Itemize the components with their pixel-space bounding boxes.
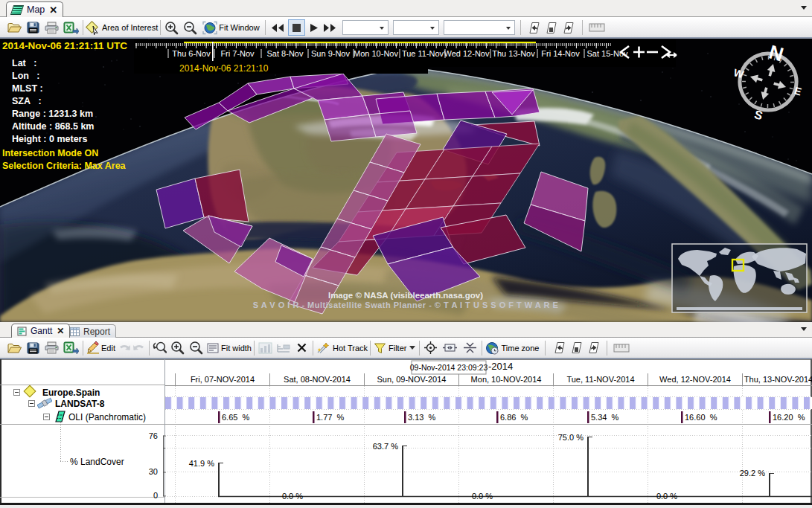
svg-text:75.0 %: 75.0 % <box>558 433 584 442</box>
svg-text:-2014: -2014 <box>488 361 513 372</box>
svg-text:Thu 13-Nov: Thu 13-Nov <box>492 49 535 58</box>
svg-text:Sat 8-Nov: Sat 8-Nov <box>267 49 304 58</box>
svg-text:Fri 14-Nov: Fri 14-Nov <box>541 49 580 58</box>
svg-text:16.20 %: 16.20 % <box>773 413 805 422</box>
svg-text:Wed, 12-NOV-2014: Wed, 12-NOV-2014 <box>659 375 731 384</box>
svg-text:Image © NASA (visibleearth.nas: Image © NASA (visibleearth.nasa.gov) <box>328 291 483 300</box>
svg-text:Mon 10-Nov: Mon 10-Nov <box>354 49 398 58</box>
svg-text:Fri 7-Nov: Fri 7-Nov <box>220 49 255 58</box>
svg-text:0.0 %: 0.0 % <box>656 492 677 501</box>
svg-text:Sat, 08-NOV-2014: Sat, 08-NOV-2014 <box>284 375 351 384</box>
svg-text:Sun, 09-NOV-2014: Sun, 09-NOV-2014 <box>377 375 447 384</box>
svg-text:Fri, 07-NOV-2014: Fri, 07-NOV-2014 <box>191 375 255 384</box>
svg-text:6.65 %: 6.65 % <box>222 413 250 422</box>
svg-text:Thu 6-Nov: Thu 6-Nov <box>172 49 211 58</box>
svg-text:63.7 %: 63.7 % <box>373 442 398 451</box>
svg-text:Mon, 10-NOV-2014: Mon, 10-NOV-2014 <box>471 375 542 384</box>
svg-text:6.86 %: 6.86 % <box>500 413 528 422</box>
svg-text:09-Nov-2014 23:09:23: 09-Nov-2014 23:09:23 <box>410 363 488 372</box>
svg-text:3.13 %: 3.13 % <box>408 413 436 422</box>
svg-text:Tue 11-Nov: Tue 11-Nov <box>402 49 444 58</box>
svg-text:1.77 %: 1.77 % <box>316 413 345 422</box>
svg-text:Tue, 11-NOV-2014: Tue, 11-NOV-2014 <box>566 375 634 384</box>
svg-text:41.9 %: 41.9 % <box>189 459 214 468</box>
svg-text:0.0 %: 0.0 % <box>282 492 303 501</box>
svg-text:Thu, 13-NOV-2014: Thu, 13-NOV-2014 <box>744 375 812 384</box>
svg-text:Wed 12-Nov: Wed 12-Nov <box>444 49 490 58</box>
svg-text:5.34 %: 5.34 % <box>591 413 619 422</box>
svg-text:29.2 %: 29.2 % <box>740 469 765 478</box>
svg-text:0.0 %: 0.0 % <box>472 492 493 501</box>
svg-text:Sun 9-Nov: Sun 9-Nov <box>311 49 350 58</box>
svg-text:2014-Nov-06 21:21:10: 2014-Nov-06 21:21:10 <box>179 63 269 74</box>
svg-text:S A V O I R - Multisatellite S: S A V O I R - Multisatellite Swath Plann… <box>253 300 559 309</box>
svg-text:16.60 %: 16.60 % <box>685 413 717 422</box>
